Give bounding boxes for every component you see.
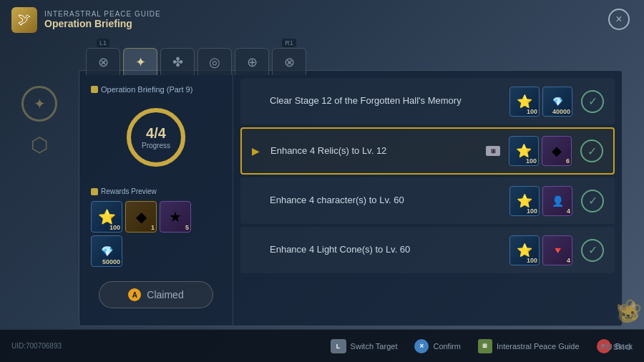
task-3-reward-2: 👤 4 [542,186,572,216]
task-3-reward-2-icon: 👤 [552,195,564,207]
bottom-controls: L Switch Target × Confirm ⊞ Interastral … [331,339,633,353]
tab-3-icon: ✤ [172,54,183,70]
reward-item-1: ⭐ 100 [91,201,122,233]
tab-4-icon: ◎ [209,54,220,70]
task-2-reward-2-count: 6 [566,157,570,165]
task-2-reward-2-icon: ◆ [552,143,562,159]
task-2-reward-1-count: 100 [526,157,537,165]
task-3-name: Enhance 4 character(s) to Lv. 60 [270,194,501,207]
left-decoration: ✦ ⬡ [21,86,57,157]
task-1-reward-2: 💎 40000 [542,87,572,117]
tab-active[interactable]: ✦ [123,48,157,75]
task-2-reward-1-icon: ⭐ [516,143,532,159]
app-title: Operation Briefing [44,18,161,29]
tab-l1[interactable]: L1 ⊗ [86,48,120,75]
section-header-text: Operation Briefing (Part 9) [101,85,192,94]
rewards-section: Rewards Preview ⭐ 100 ◆ 1 ★ 5 💎 50000 [91,187,221,267]
task-1-reward-2-count: 40000 [552,108,570,115]
claimed-icon-label: A [132,291,137,299]
rewards-header: Rewards Preview [91,187,221,195]
task-4-reward-2: 🔻 4 [542,235,572,265]
control-switch-target: L Switch Target [331,339,398,353]
tab-3[interactable]: ✤ [160,48,195,75]
task-row-4[interactable]: Enhance 4 Light Cone(s) to Lv. 60 ⭐ 100 … [240,227,615,273]
section-header: Operation Briefing (Part 9) [91,85,192,94]
close-button[interactable]: × [608,9,630,30]
task-2-extra-icon: ⊞ [486,146,500,156]
switch-target-label: Switch Target [351,342,398,351]
tab-r1-label: R1 [282,39,296,47]
confirm-label: Confirm [433,342,461,351]
task-3-reward-2-count: 4 [567,207,570,215]
left-panel: Operation Briefing (Part 9) 4/4 Progress… [79,71,233,326]
l-button-icon: L [331,339,346,353]
task-row-2[interactable]: ▶ Enhance 4 Relic(s) to Lv. 12 ⊞ ⭐ 100 ◆… [240,127,615,175]
rewards-header-text: Rewards Preview [101,187,157,195]
tab-4[interactable]: ◎ [197,48,232,75]
rewards-list: ⭐ 100 ◆ 1 ★ 5 💎 50000 [91,201,221,267]
bottom-bar: UID:700706893 L Switch Target × Confirm … [0,329,644,362]
task-2-check: ✓ [580,140,603,162]
task-2-reward-1: ⭐ 100 [509,136,539,166]
task-1-reward-2-icon: 💎 [552,97,563,107]
task-2-rewards: ⭐ 100 ◆ 6 [509,136,572,166]
reward-item-4: 💎 50000 [91,235,122,267]
task-2-name-group: Enhance 4 Relic(s) to Lv. 12 ⊞ [270,145,500,157]
task-4-name: Enhance 4 Light Cone(s) to Lv. 60 [270,243,501,256]
task-4-check: ✓ [581,239,604,262]
task-1-check: ✓ [581,90,604,113]
task-row-3[interactable]: Enhance 4 character(s) to Lv. 60 ⭐ 100 👤… [240,177,615,224]
reward-item-2: ◆ 1 [125,201,157,233]
claimed-button[interactable]: A Claimed [99,281,213,308]
task-2-reward-2: ◆ 6 [542,136,572,166]
progress-ring: 4/4 Progress [124,105,188,170]
task-1-reward-1: ⭐ 100 [509,87,540,117]
cat-decoration: 🐱 [613,299,642,327]
task-4-reward-2-icon: 🔻 [552,245,564,256]
claimed-btn-icon: A [128,288,141,301]
app-subtitle: Interastral Peace Guide [44,10,161,18]
control-guide: ⊞ Interastral Peace Guide [478,339,580,353]
task-3-reward-1-count: 100 [527,207,537,215]
task-3-rewards: ⭐ 100 👤 4 [509,186,572,216]
grid-button-icon: ⊞ [478,339,492,353]
task-4-reward-1: ⭐ 100 [509,235,540,265]
task-2-indicator: ▶ [252,145,262,157]
uid-text: UID:700706893 [11,342,62,350]
tab-active-icon: ✦ [135,54,146,70]
tab-5[interactable]: ⊕ [235,48,269,75]
task-4-reward-2-count: 4 [567,257,570,264]
deco-circle-icon: ✦ [21,86,57,122]
task-3-reward-1: ⭐ 100 [509,186,540,216]
app-icon: 🕊 [11,7,37,33]
guide-label: Interastral Peace Guide [497,342,580,351]
reward-count-4: 50000 [102,258,120,265]
progress-label: Progress [142,142,170,150]
title-group: Interastral Peace Guide Operation Briefi… [44,10,161,29]
task-1-reward-1-count: 100 [527,108,537,115]
control-confirm: × Confirm [414,339,461,353]
reward-count-3: 5 [185,224,189,231]
tab-5-icon: ⊕ [247,54,258,70]
tab-r1[interactable]: R1 ⊗ [272,48,306,75]
tab-l1-icon: ⊗ [98,54,109,70]
top-bar: 🕊 Interastral Peace Guide Operation Brie… [0,0,644,39]
tab-bar: L1 ⊗ ✦ ✤ ◎ ⊕ R1 ⊗ [79,43,623,75]
progress-text: 4/4 Progress [124,105,188,170]
task-3-check: ✓ [581,190,604,212]
task-3-reward-1-icon: ⭐ [517,193,532,209]
reward-item-3: ★ 5 [160,201,191,233]
task-4-reward-1-count: 100 [527,257,537,264]
deco-arrow-icon: ⬡ [31,133,48,157]
task-1-reward-1-icon: ⭐ [517,94,532,109]
task-row-1[interactable]: Clear Stage 12 of the Forgotten Hall's M… [240,78,615,124]
tab-r1-icon: ⊗ [284,54,295,70]
x-button-icon: × [414,339,429,353]
task-2-name: Enhance 4 Relic(s) to Lv. 12 [270,145,482,157]
content-area: Operation Briefing (Part 9) 4/4 Progress… [79,70,623,326]
progress-fraction: 4/4 [146,126,166,140]
reward-count-1: 100 [109,224,120,231]
claimed-label: Claimed [147,289,183,300]
task-4-rewards: ⭐ 100 🔻 4 [509,235,572,265]
reward-count-2: 1 [151,224,155,231]
